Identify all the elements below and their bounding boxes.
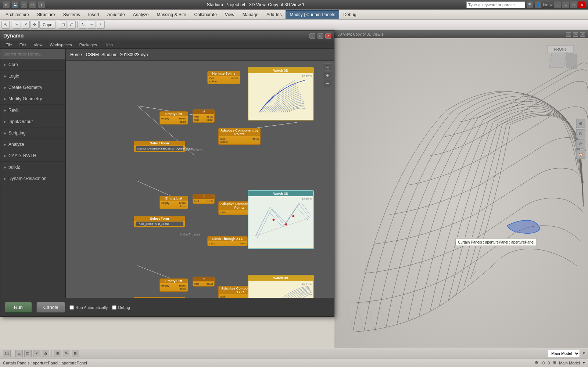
dyn-menu-edit[interactable]: Edit	[17, 42, 29, 48]
if-node-3[interactable]: If testresult	[193, 277, 215, 287]
move-tool[interactable]: ✛	[31, 21, 39, 29]
dynamo-canvas[interactable]: Home - CSNM_Stadium_20130923.dyn	[66, 49, 334, 298]
if-node-1[interactable]: If testresult truefalse	[193, 109, 215, 123]
debug-label[interactable]: Debug	[112, 305, 130, 310]
run-automatically-label[interactable]: Run Automatically	[69, 305, 108, 310]
tab-manage[interactable]: Manage	[239, 10, 262, 19]
dyn-menu-help[interactable]: Help	[101, 42, 116, 48]
empty-list-node-3[interactable]: Empty List emptyresult false	[159, 278, 188, 292]
cope-button[interactable]: Cope	[39, 21, 55, 29]
dimension-tool[interactable]: ◫	[59, 21, 67, 29]
close-button[interactable]: ✕	[578, 1, 585, 8]
tag-tool[interactable]: 🏷	[68, 21, 76, 29]
detail-level-button[interactable]: ☰	[15, 350, 23, 357]
svg-point-10	[273, 219, 275, 221]
sidebar-item-scripting[interactable]: ▶ Scripting	[0, 127, 65, 139]
minimize-button[interactable]: –	[562, 1, 569, 8]
dyn-menu-packages[interactable]: Packages	[76, 42, 100, 48]
tab-analyze[interactable]: Analyze	[129, 10, 153, 19]
tab-systems[interactable]: Systems	[59, 10, 84, 19]
tab-architecture[interactable]: Architecture	[1, 10, 33, 19]
window-title: Stadium_Project.rvt - 3D View: Copy of 3…	[45, 2, 466, 7]
dyn-menu-view[interactable]: View	[31, 42, 46, 48]
mirror-tool[interactable]: ⇔	[88, 21, 96, 29]
select-form-node-1[interactable]: Select Form CSNM_DynamoRiserCSNM_DynamoR…	[134, 141, 185, 152]
sun-path-button[interactable]: ☀	[33, 350, 40, 357]
model-dropdown-arrow[interactable]: ▾	[583, 351, 585, 356]
tab-modify-curtain[interactable]: Modify | Curtain Panels	[286, 10, 339, 19]
delete-tool[interactable]: ✕	[22, 21, 30, 29]
tab-debug[interactable]: Debug	[339, 10, 360, 19]
adaptive-component-node-1[interactable]: Adaptive Component by Points xymresult s…	[218, 128, 261, 145]
search-icon[interactable]: 🔍	[527, 1, 533, 8]
scale-button[interactable]: 1:1	[3, 350, 11, 357]
debug-checkbox[interactable]	[112, 305, 116, 310]
help-icon[interactable]: ?	[554, 1, 561, 8]
array-tool[interactable]: ⋮	[97, 21, 105, 29]
dyn-menu-file[interactable]: File	[3, 42, 15, 48]
status-icon: ⚙	[535, 360, 538, 365]
quick-access-more[interactable]: ▾	[38, 1, 45, 8]
quick-access-undo[interactable]: ↩	[21, 1, 27, 8]
arrow-icon: ▶	[4, 143, 6, 146]
view-minimize-button[interactable]: –	[566, 32, 571, 37]
sidebar-item-analyze[interactable]: ▶ Analyze	[0, 139, 65, 150]
dynamo-minimize-button[interactable]: –	[309, 33, 315, 39]
visual-style-button[interactable]: ◫	[24, 350, 32, 357]
model-selector[interactable]: Main Model	[548, 350, 580, 357]
dynamo-close-button[interactable]: ✕	[325, 33, 331, 39]
tab-collaborate[interactable]: Collaborate	[190, 10, 221, 19]
sidebar-item-dynamic-relaxation[interactable]: ▶ DynamicRelaxation	[0, 173, 65, 184]
if-node-2[interactable]: If testresult	[193, 194, 215, 204]
global-search-input[interactable]	[466, 1, 525, 8]
sidebar-item-create-geometry[interactable]: ▶ Create Geometry	[0, 82, 65, 93]
node-library-search[interactable]	[0, 49, 65, 59]
maximize-button[interactable]: □	[570, 1, 577, 8]
sidebar-item-caad-rwth[interactable]: ▶ CAAD_RWTH	[0, 150, 65, 162]
crop-button[interactable]: ⊠	[54, 350, 61, 357]
sidebar-item-core[interactable]: ▶ Core	[0, 59, 65, 71]
zoom-fit-button[interactable]: ⊡	[324, 64, 331, 71]
dyn-menu-workspaces[interactable]: Workspaces	[47, 42, 75, 48]
cancel-button[interactable]: Cancel	[36, 302, 65, 313]
quick-access-redo[interactable]: ↪	[29, 1, 36, 8]
view-maximize-button[interactable]: □	[573, 32, 578, 37]
view-toggle-icon[interactable]: ⊞	[553, 360, 556, 365]
reveal-button[interactable]: 👁	[63, 350, 70, 357]
sidebar-item-revit[interactable]: ▶ Revit	[0, 105, 65, 116]
watch3d-node-3[interactable]: Watch 3D $2 FPS	[248, 275, 314, 298]
empty-list-node-2[interactable]: Empty List emptyresult false	[159, 196, 188, 209]
tab-insert[interactable]: Insert	[84, 10, 103, 19]
model-dropdown[interactable]: ▾	[583, 360, 585, 365]
sidebar-item-input-output[interactable]: ▶ Input/Output	[0, 116, 65, 127]
select-tool[interactable]: ↖	[1, 21, 10, 29]
zoom-out-button[interactable]: −	[324, 80, 331, 87]
select-form-node-2[interactable]: Select Form Truss_kronzTruss_kronz	[134, 216, 185, 227]
svg-rect-22	[566, 53, 577, 69]
tab-massing[interactable]: Massing & Site	[153, 10, 190, 19]
sidebar-item-buildz[interactable]: ▶ buildz	[0, 162, 65, 173]
sidebar-item-logic[interactable]: ▶ Logic	[0, 71, 65, 82]
workplane-button[interactable]: ⊞	[72, 350, 79, 357]
watch3d-node-1[interactable]: Watch 3D $2 FPS	[248, 67, 314, 120]
tab-structure[interactable]: Structure	[33, 10, 59, 19]
modify-tool[interactable]: ✂	[13, 21, 21, 29]
tab-addins[interactable]: Add-Ins	[262, 10, 286, 19]
run-automatically-checkbox[interactable]	[69, 305, 74, 310]
quick-access-save[interactable]: 💾	[12, 1, 18, 8]
empty-list-node-1[interactable]: Empty List emptyresult false	[159, 111, 188, 125]
tab-view[interactable]: View	[221, 10, 239, 19]
tab-annotate[interactable]: Annotate	[103, 10, 129, 19]
hermite-spline-node[interactable]: Hermite Spline xymresult spline	[207, 71, 240, 84]
select-family-type-node[interactable]: Select Family Type aperturePanel:apertur…	[134, 297, 185, 298]
run-button[interactable]: Run	[5, 302, 32, 313]
zoom-in-button[interactable]: +	[324, 72, 331, 79]
view-close-button[interactable]: ✕	[580, 32, 585, 37]
lines-xyz-node-1[interactable]: Lines Through XYZ xyllslines	[207, 236, 248, 246]
rotate-tool[interactable]: ↻	[79, 21, 87, 29]
dynamo-maximize-button[interactable]: □	[318, 33, 323, 39]
watch3d-node-2[interactable]: Watch 3D $2 FPS	[248, 190, 314, 249]
sidebar-item-modify-geometry[interactable]: ▶ Modify Geometry	[0, 93, 65, 105]
shadow-button[interactable]: ◑	[42, 350, 49, 357]
stadium-3d-canvas[interactable]: FRONT ⊕ ⊖ ⟳ 🏠 Curtain Panels : apertureP…	[334, 38, 588, 355]
